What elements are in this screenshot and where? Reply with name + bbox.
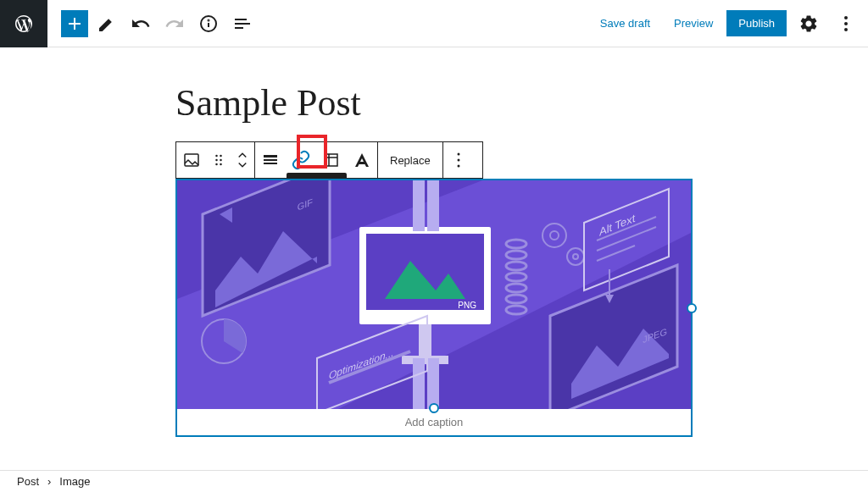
image-preview: GIF PNG: [177, 180, 691, 409]
align-icon[interactable]: [255, 142, 286, 178]
more-options-icon[interactable]: [831, 8, 861, 39]
breadcrumb-root[interactable]: Post: [17, 475, 39, 488]
svg-rect-14: [264, 159, 277, 161]
settings-icon[interactable]: [793, 8, 824, 39]
redo-icon: [159, 8, 190, 39]
move-up-down-icon[interactable]: [231, 142, 254, 178]
editor-canvas: Sample Post: [0, 47, 868, 437]
svg-point-18: [457, 159, 459, 162]
svg-point-10: [220, 159, 222, 162]
svg-rect-30: [419, 324, 431, 358]
post-title[interactable]: Sample Post: [175, 81, 693, 124]
svg-rect-16: [326, 154, 337, 166]
svg-rect-34: [413, 358, 425, 409]
breadcrumb-current[interactable]: Image: [59, 475, 90, 488]
svg-point-19: [457, 165, 459, 168]
outline-icon[interactable]: [227, 8, 258, 39]
text-overlay-icon[interactable]: [347, 142, 377, 178]
svg-point-9: [215, 159, 218, 162]
add-block-button[interactable]: [61, 10, 88, 37]
publish-button[interactable]: Publish: [726, 10, 787, 36]
drag-handle-icon[interactable]: [207, 142, 231, 178]
svg-point-4: [844, 22, 848, 25]
svg-rect-15: [264, 163, 277, 164]
replace-button[interactable]: Replace: [378, 142, 442, 178]
block-type-image-icon[interactable]: [176, 142, 207, 178]
wordpress-logo[interactable]: [0, 0, 47, 47]
svg-point-17: [457, 153, 459, 156]
breadcrumb: Post › Image: [0, 470, 868, 492]
svg-point-7: [215, 155, 218, 158]
svg-text:PNG: PNG: [458, 301, 476, 310]
undo-icon[interactable]: [125, 8, 156, 39]
block-more-icon[interactable]: [443, 142, 474, 178]
svg-point-12: [220, 163, 222, 166]
save-draft-link[interactable]: Save draft: [590, 10, 660, 36]
svg-point-3: [844, 16, 848, 19]
resize-handle-bottom[interactable]: [429, 403, 439, 413]
svg-rect-32: [413, 180, 425, 231]
svg-rect-31: [402, 356, 448, 364]
preview-link[interactable]: Preview: [664, 10, 723, 36]
chevron-right-icon: ›: [47, 475, 51, 488]
svg-point-8: [220, 155, 222, 158]
svg-rect-33: [427, 180, 439, 231]
info-icon[interactable]: [193, 8, 224, 39]
svg-point-5: [844, 28, 848, 31]
image-block[interactable]: GIF PNG: [175, 179, 693, 437]
edit-mode-icon[interactable]: [92, 8, 122, 39]
svg-point-2: [209, 19, 209, 20]
svg-point-11: [215, 163, 218, 166]
top-bar: Save draft Preview Publish: [0, 0, 868, 47]
header-actions: Save draft Preview Publish: [590, 8, 861, 39]
resize-handle-right[interactable]: [687, 303, 697, 313]
svg-rect-13: [264, 155, 277, 158]
svg-rect-35: [427, 358, 439, 409]
